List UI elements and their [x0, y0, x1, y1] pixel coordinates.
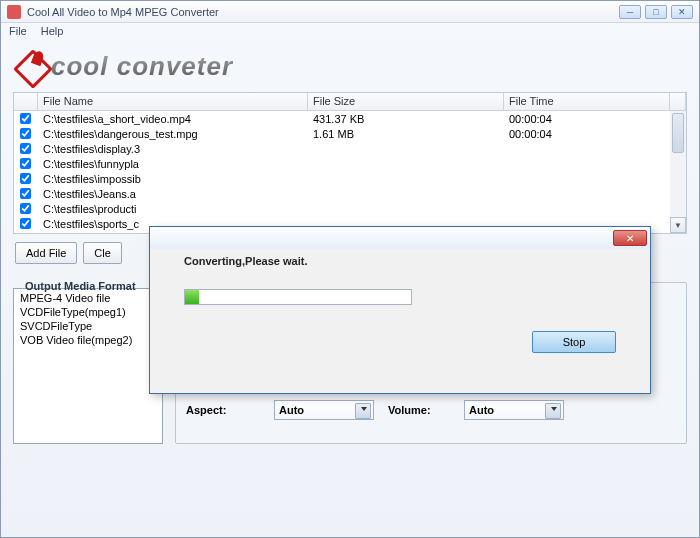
menu-file[interactable]: File	[9, 25, 27, 39]
cell-size: 1.61 MB	[308, 128, 504, 140]
table-row[interactable]: C:\testfiles\producti	[14, 201, 686, 216]
table-row[interactable]: C:\testfiles\impossib	[14, 171, 686, 186]
cell-name: C:\testfiles\producti	[38, 203, 308, 215]
volume-select[interactable]: Auto	[464, 400, 564, 420]
logo-text: cool conveter	[51, 51, 233, 82]
format-listbox[interactable]: MPEG-4 Video fileVCDFileType(mpeg1)SVCDF…	[13, 288, 163, 444]
progress-bar	[184, 289, 412, 305]
app-window: Cool All Video to Mp4 MPEG Converter ─ □…	[0, 0, 700, 538]
format-item[interactable]: VOB Video file(mpeg2)	[16, 333, 160, 347]
logo: cool conveter	[13, 47, 687, 92]
scrollbar-thumb[interactable]	[672, 113, 684, 153]
cell-time: 00:00:04	[504, 113, 686, 125]
row-checkbox[interactable]	[20, 188, 31, 199]
table-row[interactable]: C:\testfiles\display.3	[14, 141, 686, 156]
dialog-close-button[interactable]: ✕	[613, 230, 647, 246]
app-icon	[7, 5, 21, 19]
row-checkbox[interactable]	[20, 203, 31, 214]
format-item[interactable]: MPEG-4 Video file	[16, 291, 160, 305]
dialog-titlebar: ✕	[150, 227, 650, 249]
col-filetime[interactable]: File Time	[504, 93, 670, 110]
table-header: File Name File Size File Time	[14, 93, 686, 111]
table-row[interactable]: C:\testfiles\dangerous_test.mpg1.61 MB00…	[14, 126, 686, 141]
row-checkbox[interactable]	[20, 128, 31, 139]
cell-name: C:\testfiles\impossib	[38, 173, 308, 185]
window-title: Cool All Video to Mp4 MPEG Converter	[27, 6, 619, 18]
stop-button[interactable]: Stop	[532, 331, 616, 353]
aspect-label: Aspect:	[186, 404, 268, 416]
row-checkbox[interactable]	[20, 143, 31, 154]
cell-size: 431.37 KB	[308, 113, 504, 125]
menu-help[interactable]: Help	[41, 25, 64, 39]
cell-name: C:\testfiles\a_short_video.mp4	[38, 113, 308, 125]
cell-name: C:\testfiles\dangerous_test.mpg	[38, 128, 308, 140]
format-item[interactable]: VCDFileType(mpeg1)	[16, 305, 160, 319]
col-filename[interactable]: File Name	[38, 93, 308, 110]
clear-button[interactable]: Cle	[83, 242, 122, 264]
titlebar: Cool All Video to Mp4 MPEG Converter ─ □…	[1, 1, 699, 23]
col-filesize[interactable]: File Size	[308, 93, 504, 110]
dialog-message: Converting,Please wait.	[184, 255, 616, 267]
logo-icon	[17, 53, 45, 81]
row-checkbox[interactable]	[20, 158, 31, 169]
progress-fill	[185, 290, 199, 304]
table-row[interactable]: C:\testfiles\a_short_video.mp4431.37 KB0…	[14, 111, 686, 126]
row-checkbox[interactable]	[20, 113, 31, 124]
progress-dialog: ✕ Converting,Please wait. Stop	[149, 226, 651, 394]
close-button[interactable]: ✕	[671, 5, 693, 19]
maximize-button[interactable]: □	[645, 5, 667, 19]
menubar: File Help	[1, 23, 699, 41]
cell-name: C:\testfiles\display.3	[38, 143, 308, 155]
output-format-title: Output Media Format	[21, 280, 140, 292]
table-row[interactable]: C:\testfiles\Jeans.a	[14, 186, 686, 201]
row-checkbox[interactable]	[20, 218, 31, 229]
aspect-select[interactable]: Auto	[274, 400, 374, 420]
cell-name: C:\testfiles\Jeans.a	[38, 188, 308, 200]
row-checkbox[interactable]	[20, 173, 31, 184]
cell-time: 00:00:04	[504, 128, 686, 140]
scroll-down-button[interactable]: ▼	[670, 217, 686, 233]
format-item[interactable]: SVCDFileType	[16, 319, 160, 333]
add-file-button[interactable]: Add File	[15, 242, 77, 264]
table-row[interactable]: C:\testfiles\funnypla	[14, 156, 686, 171]
file-table: File Name File Size File Time C:\testfil…	[13, 92, 687, 234]
cell-name: C:\testfiles\funnypla	[38, 158, 308, 170]
volume-label: Volume:	[380, 404, 458, 416]
minimize-button[interactable]: ─	[619, 5, 641, 19]
